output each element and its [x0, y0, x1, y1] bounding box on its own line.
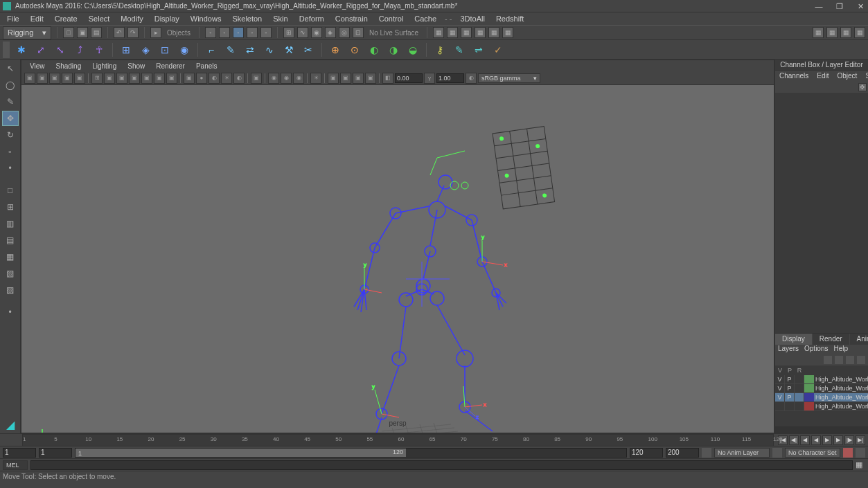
menu-deform[interactable]: Deform	[294, 13, 330, 24]
three-pane-icon[interactable]: ▦	[2, 249, 19, 264]
vp-field-chart-icon[interactable]: ▣	[141, 73, 152, 84]
char-set-dropdown[interactable]: No Character Set	[785, 448, 840, 458]
vp-menu-lighting[interactable]: Lighting	[87, 62, 122, 70]
mask-surface-icon[interactable]: ◦	[247, 27, 258, 38]
two-pane-h-icon[interactable]: ▤	[2, 233, 19, 248]
layer-list[interactable]: VPHigh_Altitude_WorkerVPHigh_Altitude_Wo…	[775, 375, 868, 426]
layer-scrollbar[interactable]	[775, 426, 868, 433]
snap-curve-icon[interactable]: ∿	[297, 27, 308, 38]
mask-curve-icon[interactable]: ◦	[233, 27, 244, 38]
layer-new-empty-icon[interactable]	[846, 356, 854, 364]
menu-file[interactable]: File	[1, 13, 25, 24]
auto-key-icon[interactable]	[843, 448, 853, 458]
blend-shape-icon[interactable]: ◉	[177, 42, 192, 57]
vp-select-camera-icon[interactable]: ▣	[24, 73, 35, 84]
wrap-icon[interactable]: ⊡	[157, 42, 172, 57]
vp-isolate-icon[interactable]: ▣	[251, 73, 262, 84]
render-settings-icon[interactable]: ▦	[475, 27, 486, 38]
vp-2d-pan-icon[interactable]: ▣	[62, 73, 73, 84]
vp-grease-icon[interactable]: ▣	[74, 73, 85, 84]
menu-constrain[interactable]: Constrain	[330, 13, 373, 24]
prune-weights-icon[interactable]: ✂	[301, 42, 316, 57]
snap-live-icon[interactable]: ◎	[339, 27, 350, 38]
construction-history-icon[interactable]: ▦	[433, 27, 444, 38]
persp-layout-icon[interactable]: ▨	[2, 282, 19, 298]
workspace-dropdown[interactable]: Rigging ▾	[3, 26, 51, 39]
redo-icon[interactable]: ↷	[127, 27, 139, 38]
snap-plane-icon[interactable]: ◈	[325, 27, 336, 38]
vp-film-gate-icon[interactable]: ▣	[104, 73, 115, 84]
maya-logo-icon[interactable]: ◢	[2, 417, 19, 432]
script-lang-dropdown[interactable]: MEL	[3, 460, 28, 470]
channels-object-tab[interactable]: Object	[833, 71, 862, 82]
panel-layout-icon[interactable]: ▦	[813, 27, 824, 38]
attr-editor-icon[interactable]: ▦	[826, 27, 838, 38]
parent-constraint-icon[interactable]: ⊕	[328, 42, 343, 57]
layer-row[interactable]: VPHigh_Altitude_Worker	[775, 393, 868, 402]
smooth-weights-icon[interactable]: ∿	[262, 42, 277, 57]
snap-point-icon[interactable]: ◉	[311, 27, 322, 38]
vp-menu-renderer[interactable]: Renderer	[150, 62, 191, 70]
shelf-tab-handle[interactable]	[3, 42, 10, 58]
set-driven-key-icon[interactable]: ⚷	[432, 42, 448, 57]
vp-wireframe-icon[interactable]: ▣	[184, 73, 195, 84]
next-key-button[interactable]: ▶	[833, 435, 843, 445]
vp-menu-show[interactable]: Show	[122, 62, 150, 70]
channels-show-tab[interactable]: Show	[861, 71, 868, 82]
vp-safe-action-icon[interactable]: ▣	[154, 73, 165, 84]
orient-constraint-icon[interactable]: ◐	[366, 42, 382, 57]
command-input[interactable]	[30, 460, 853, 470]
layer-move-down-icon[interactable]	[835, 356, 843, 364]
prev-key-button[interactable]: ◀	[800, 435, 810, 445]
layer-tab-anim[interactable]: Anim	[850, 334, 868, 345]
point-constraint-icon[interactable]: ⊙	[347, 42, 362, 57]
human-ik-icon[interactable]: ☥	[91, 42, 107, 57]
scale-tool-icon[interactable]: ▫	[2, 144, 19, 159]
select-tool-icon[interactable]: ↖	[2, 61, 19, 76]
cluster-icon[interactable]: ◈	[138, 42, 153, 57]
vp-menu-panels[interactable]: Panels	[191, 62, 223, 70]
layer-row[interactable]: VPHigh_Altitude_Worker	[775, 384, 868, 393]
vp-near-clip-input[interactable]	[395, 73, 423, 83]
mask-joint-icon[interactable]: ◦	[219, 27, 230, 38]
ipr-render-icon[interactable]: ▦	[461, 27, 472, 38]
mirror-weights-icon[interactable]: ⇄	[242, 42, 258, 57]
range-start-outer-input[interactable]	[3, 448, 36, 458]
two-pane-v-icon[interactable]: ▥	[2, 216, 19, 231]
vp-gate-mask-icon[interactable]: ▣	[129, 73, 140, 84]
layer-menu-help[interactable]: Help	[833, 345, 848, 354]
char-set-icon[interactable]	[772, 448, 782, 458]
menu-redshift[interactable]: Redshift	[490, 13, 529, 24]
vp-bookmark-icon[interactable]: ▣	[37, 73, 48, 84]
paint-weights-icon[interactable]: ✎	[223, 42, 238, 57]
bind-skin-icon[interactable]: ⌐	[204, 42, 219, 57]
manipulator-icon[interactable]: ✥	[858, 83, 867, 91]
layer-row[interactable]: High_Altitude_Worker	[775, 402, 868, 411]
vp-culling-icon[interactable]: ◉	[293, 73, 304, 84]
channels-tab[interactable]: Channels	[775, 71, 813, 82]
hammer-weights-icon[interactable]: ⚒	[281, 42, 296, 57]
menu-display[interactable]: Display	[149, 13, 185, 24]
aim-constraint-icon[interactable]: ◒	[405, 42, 420, 57]
menu-skin[interactable]: Skin	[267, 13, 293, 24]
vp-menu-shading[interactable]: Shading	[51, 62, 87, 70]
vp-textured-icon[interactable]: ◐	[209, 73, 220, 84]
new-scene-icon[interactable]: □	[63, 27, 74, 38]
single-pane-icon[interactable]: □	[2, 183, 19, 198]
menu-3dtoall[interactable]: 3DtoAll	[454, 13, 490, 24]
tool-settings-icon[interactable]: ▦	[840, 27, 851, 38]
expression-icon[interactable]: ✎	[452, 42, 467, 57]
step-fwd-button[interactable]: |▶	[844, 435, 854, 445]
minimize-button[interactable]: —	[814, 1, 824, 11]
menu-windows[interactable]: Windows	[185, 13, 227, 24]
step-back-button[interactable]: ◀|	[789, 435, 799, 445]
layer-new-selected-icon[interactable]	[857, 356, 865, 364]
rotate-tool-icon[interactable]: ↻	[2, 127, 19, 143]
layer-menu-layers[interactable]: Layers	[778, 345, 799, 354]
snap-view-icon[interactable]: ⊡	[353, 27, 364, 38]
play-fwd-button[interactable]: ▶	[822, 435, 832, 445]
render-icon[interactable]: ▦	[447, 27, 458, 38]
viewport-3d[interactable]: y y y x x	[21, 85, 774, 433]
select-mode-icon[interactable]: ▸	[150, 27, 161, 38]
range-start-inner-input[interactable]	[39, 448, 72, 458]
